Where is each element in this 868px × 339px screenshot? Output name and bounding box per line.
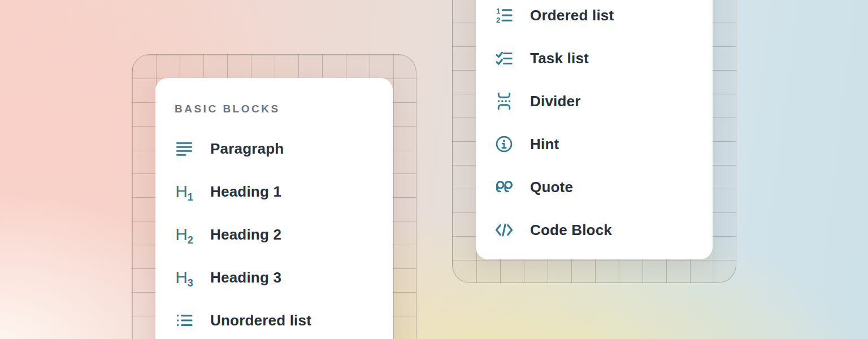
heading-2-icon: H2 — [175, 225, 194, 244]
code-block-icon — [494, 220, 514, 240]
menu-item-label: Heading 1 — [210, 183, 281, 201]
menu-item-task-list[interactable]: Task list — [494, 37, 713, 80]
divider-icon — [494, 92, 514, 111]
menu-item-hint[interactable]: Hint — [494, 123, 713, 166]
menu-item-label: Code Block — [530, 221, 612, 239]
menu-item-label: Heading 2 — [210, 226, 281, 244]
quote-icon — [494, 177, 514, 197]
menu-item-code-block[interactable]: Code Block — [494, 208, 713, 251]
menu-item-label: Quote — [530, 179, 573, 196]
unordered-list-icon — [175, 311, 194, 330]
menu-item-heading-1[interactable]: H1 Heading 1 — [175, 170, 393, 213]
task-list-icon — [494, 49, 514, 68]
menu-item-label: Paragraph — [210, 140, 284, 158]
menu-item-label: Task list — [530, 50, 589, 67]
menu-item-label: Heading 3 — [210, 269, 281, 286]
svg-text:1: 1 — [496, 7, 500, 15]
block-menu-basic-blocks: BASIC BLOCKS Paragraph H1 Heading 1 — [155, 78, 393, 339]
menu-item-label: Ordered list — [530, 7, 614, 24]
heading-3-icon: H3 — [175, 268, 194, 287]
menu-item-label: Hint — [530, 136, 559, 153]
menu-item-quote[interactable]: Quote — [494, 166, 713, 208]
hero-background: BASIC BLOCKS Paragraph H1 Heading 1 — [0, 0, 868, 339]
ordered-list-icon: 1 2 — [494, 6, 514, 25]
menu-item-unordered-list[interactable]: Unordered list — [175, 299, 393, 339]
menu-item-paragraph[interactable]: Paragraph — [175, 127, 393, 170]
heading-1-icon: H1 — [175, 182, 194, 201]
menu-item-heading-2[interactable]: H2 Heading 2 — [175, 213, 393, 256]
menu-item-ordered-list[interactable]: 1 2 Ordered list — [494, 0, 713, 37]
menu-item-label: Unordered list — [210, 312, 311, 329]
menu-items: Paragraph H1 Heading 1 H2 Heading 2 H3 H… — [175, 127, 393, 339]
svg-text:2: 2 — [496, 16, 500, 24]
menu-item-label: Divider — [530, 93, 581, 110]
menu-items: 1 2 Ordered list — [494, 0, 713, 251]
block-menu-more-blocks: 1 2 Ordered list — [476, 0, 713, 259]
paragraph-icon — [175, 139, 194, 158]
hint-icon — [494, 134, 514, 154]
menu-item-divider[interactable]: Divider — [494, 80, 713, 123]
section-header: BASIC BLOCKS — [175, 103, 280, 115]
menu-item-heading-3[interactable]: H3 Heading 3 — [175, 256, 393, 299]
